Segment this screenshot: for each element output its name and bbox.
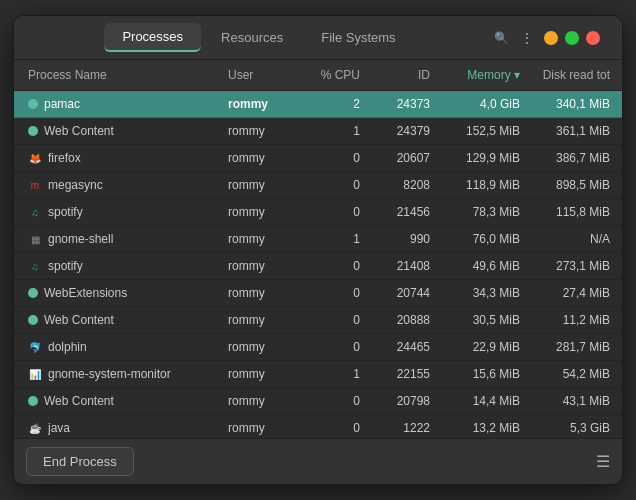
table-body[interactable]: pamacrommy2243734,0 GiB340,1 MiBWeb Cont… xyxy=(14,91,622,438)
process-cpu: 0 xyxy=(304,338,364,356)
col-header-memory[interactable]: Memory ▾ xyxy=(434,66,524,84)
process-icon xyxy=(28,99,38,109)
process-user: rommy xyxy=(224,419,304,437)
process-memory: 49,6 MiB xyxy=(434,257,524,275)
table-row[interactable]: 📊gnome-system-monitorrommy12215515,6 MiB… xyxy=(14,361,622,388)
process-disk-read: 5,3 GiB xyxy=(524,419,614,437)
process-user: rommy xyxy=(224,122,304,140)
close-button[interactable] xyxy=(586,31,600,45)
process-cpu: 0 xyxy=(304,257,364,275)
process-memory: 118,9 MiB xyxy=(434,176,524,194)
process-cpu: 0 xyxy=(304,149,364,167)
col-header-disk-read[interactable]: Disk read tot xyxy=(524,66,614,84)
process-memory: 15,6 MiB xyxy=(434,365,524,383)
process-memory: 78,3 MiB xyxy=(434,203,524,221)
table-row[interactable]: ♫spotifyrommy02140849,6 MiB273,1 MiB82,2 xyxy=(14,253,622,280)
process-user: rommy xyxy=(224,257,304,275)
process-disk-read: 281,7 MiB xyxy=(524,338,614,356)
process-id: 20607 xyxy=(364,149,434,167)
process-name-label: spotify xyxy=(48,259,83,273)
menu-icon[interactable]: ⋮ xyxy=(518,29,536,47)
process-cpu: 0 xyxy=(304,203,364,221)
table-row[interactable]: ▦gnome-shellrommy199076,0 MiBN/A xyxy=(14,226,622,253)
process-disk-write xyxy=(614,102,622,106)
process-disk-read: 115,8 MiB xyxy=(524,203,614,221)
col-header-name[interactable]: Process Name xyxy=(24,66,224,84)
table-row[interactable]: pamacrommy2243734,0 GiB340,1 MiB xyxy=(14,91,622,118)
process-disk-read: 898,5 MiB xyxy=(524,176,614,194)
table-row[interactable]: Web Contentrommy02079814,4 MiB43,1 MiB xyxy=(14,388,622,415)
col-header-cpu[interactable]: % CPU xyxy=(304,66,364,84)
end-process-button[interactable]: End Process xyxy=(26,447,134,476)
process-user: rommy xyxy=(224,392,304,410)
process-disk-read: 43,1 MiB xyxy=(524,392,614,410)
process-id: 24373 xyxy=(364,95,434,113)
table-row[interactable]: 🦊firefoxrommy020607129,9 MiB386,7 MiB97,… xyxy=(14,145,622,172)
process-cpu: 2 xyxy=(304,95,364,113)
process-disk-write: 82,2 xyxy=(614,257,622,275)
process-cpu: 0 xyxy=(304,311,364,329)
process-name-label: pamac xyxy=(44,97,80,111)
process-user: rommy xyxy=(224,203,304,221)
process-disk-write xyxy=(614,372,622,376)
maximize-button[interactable] xyxy=(565,31,579,45)
process-cpu: 0 xyxy=(304,419,364,437)
table-row[interactable]: Web Contentrommy02088830,5 MiB11,2 MiB xyxy=(14,307,622,334)
process-icon: ☕ xyxy=(28,421,42,435)
process-user: rommy xyxy=(224,365,304,383)
table-row[interactable]: mmegasyncrommy08208118,9 MiB898,5 MiB24,… xyxy=(14,172,622,199)
process-disk-write xyxy=(614,237,622,241)
process-name-label: spotify xyxy=(48,205,83,219)
process-memory: 152,5 MiB xyxy=(434,122,524,140)
process-disk-read: 361,1 MiB xyxy=(524,122,614,140)
process-disk-write: 24,4 xyxy=(614,176,622,194)
table-row[interactable]: ☕javarommy0122213,2 MiB5,3 GiB4,0 xyxy=(14,415,622,438)
tab-bar: Processes Resources File Systems xyxy=(26,23,492,52)
process-name-label: gnome-shell xyxy=(48,232,113,246)
process-disk-read: 54,2 MiB xyxy=(524,365,614,383)
process-name-label: Web Content xyxy=(44,313,114,327)
process-icon: 🦊 xyxy=(28,151,42,165)
process-user: rommy xyxy=(224,230,304,248)
process-cpu: 1 xyxy=(304,122,364,140)
process-cpu: 1 xyxy=(304,365,364,383)
process-id: 8208 xyxy=(364,176,434,194)
table-header: Process Name User % CPU ID Memory ▾ Disk… xyxy=(14,60,622,91)
process-id: 20888 xyxy=(364,311,434,329)
footer-menu-icon[interactable]: ☰ xyxy=(596,452,610,471)
col-header-disk-write[interactable]: Disk wri xyxy=(614,66,622,84)
process-memory: 13,2 MiB xyxy=(434,419,524,437)
process-id: 21408 xyxy=(364,257,434,275)
process-cpu: 0 xyxy=(304,392,364,410)
search-icon[interactable]: 🔍 xyxy=(492,29,510,47)
process-disk-read: 340,1 MiB xyxy=(524,95,614,113)
process-icon: 📊 xyxy=(28,367,42,381)
tab-processes[interactable]: Processes xyxy=(104,23,201,52)
process-icon xyxy=(28,315,38,325)
process-id: 22155 xyxy=(364,365,434,383)
process-name-label: gnome-system-monitor xyxy=(48,367,171,381)
process-id: 20744 xyxy=(364,284,434,302)
process-icon: m xyxy=(28,178,42,192)
table-row[interactable]: Web Contentrommy124379152,5 MiB361,1 MiB xyxy=(14,118,622,145)
col-header-id[interactable]: ID xyxy=(364,66,434,84)
process-disk-write: 36,0 xyxy=(614,338,622,356)
process-icon: 🐬 xyxy=(28,340,42,354)
tab-filesystems[interactable]: File Systems xyxy=(303,24,413,51)
process-disk-read: 27,4 MiB xyxy=(524,284,614,302)
main-window: Processes Resources File Systems 🔍 ⋮ Pro… xyxy=(13,15,623,485)
minimize-button[interactable] xyxy=(544,31,558,45)
tab-resources[interactable]: Resources xyxy=(203,24,301,51)
process-memory: 34,3 MiB xyxy=(434,284,524,302)
process-disk-write xyxy=(614,129,622,133)
process-disk-write: 97,3 xyxy=(614,149,622,167)
process-icon xyxy=(28,288,38,298)
process-disk-write xyxy=(614,318,622,322)
table-row[interactable]: ♫spotifyrommy02145678,3 MiB115,8 MiB xyxy=(14,199,622,226)
table-row[interactable]: WebExtensionsrommy02074434,3 MiB27,4 MiB xyxy=(14,280,622,307)
process-disk-read: 11,2 MiB xyxy=(524,311,614,329)
process-name-label: Web Content xyxy=(44,394,114,408)
table-row[interactable]: 🐬dolphinrommy02446522,9 MiB281,7 MiB36,0 xyxy=(14,334,622,361)
process-user: rommy xyxy=(224,149,304,167)
col-header-user[interactable]: User xyxy=(224,66,304,84)
